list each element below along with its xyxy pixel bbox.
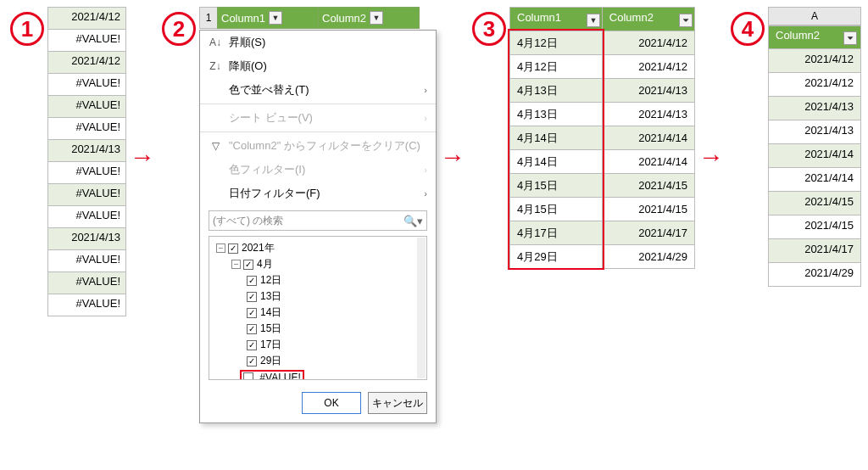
p3-cell-c2[interactable]: 2021/4/12: [602, 31, 694, 55]
date-filter-item[interactable]: 日付フィルター(F) ›: [200, 182, 436, 205]
panel1-cell[interactable]: #VALUE!: [48, 294, 126, 316]
p4-cell[interactable]: 2021/4/14: [768, 144, 861, 168]
panel1-cell[interactable]: #VALUE!: [48, 184, 126, 206]
collapse-icon[interactable]: –: [231, 260, 241, 269]
p3-cell-c1[interactable]: 4月14日: [510, 150, 603, 174]
day-checkbox[interactable]: ✓: [247, 292, 257, 302]
row-index-cell[interactable]: 1: [199, 7, 218, 29]
p4-cell[interactable]: 2021/4/12: [768, 49, 861, 73]
sort-descending-item[interactable]: Z↓ 降順(O): [200, 54, 436, 78]
panel1-cell[interactable]: #VALUE!: [48, 272, 126, 294]
p3-cell-c2[interactable]: 2021/4/14: [602, 126, 694, 150]
p3-cell-c2[interactable]: 2021/4/15: [602, 198, 694, 221]
table-row[interactable]: 4月12日2021/4/12: [510, 55, 695, 79]
table-row[interactable]: 4月12日2021/4/12: [510, 31, 695, 55]
sort-ascending-item[interactable]: A↓ 昇順(S): [200, 31, 436, 54]
p3-cell-c2[interactable]: 2021/4/12: [602, 55, 694, 79]
p3-cell-c1[interactable]: 4月13日: [510, 79, 603, 103]
filter-search-input[interactable]: (すべて) の検索 🔍▾: [209, 210, 427, 231]
p4-cell[interactable]: 2021/4/17: [768, 239, 861, 263]
panel1-cell[interactable]: #VALUE!: [48, 96, 126, 118]
p3-cell-c1[interactable]: 4月14日: [510, 126, 603, 150]
p3-cell-c1[interactable]: 4月13日: [510, 103, 603, 126]
month-checkbox[interactable]: ✓: [243, 260, 253, 270]
panel1-cell[interactable]: 2021/4/12: [48, 8, 126, 30]
p3-cell-c2[interactable]: 2021/4/29: [602, 245, 694, 269]
day-checkbox[interactable]: ✓: [247, 324, 257, 334]
cancel-button[interactable]: キャンセル: [368, 392, 427, 414]
column-letter-a[interactable]: A: [768, 7, 861, 25]
ok-button[interactable]: OK: [302, 392, 361, 414]
day-checkbox[interactable]: ✓: [247, 340, 257, 350]
date-filter-label: 日付フィルター(F): [229, 186, 320, 201]
column2-header-label: Column2: [322, 12, 366, 25]
step-3-badge: 3: [472, 12, 506, 46]
column1-header[interactable]: Column1 ▼: [217, 7, 319, 29]
table-row[interactable]: 4月15日2021/4/15: [510, 174, 695, 198]
tree-day-row[interactable]: ✓29日: [213, 353, 423, 369]
p3-cell-c2[interactable]: 2021/4/13: [602, 79, 694, 103]
table-row[interactable]: 4月14日2021/4/14: [510, 126, 695, 150]
table-row[interactable]: 4月13日2021/4/13: [510, 79, 695, 103]
sort-by-color-item[interactable]: 色で並べ替え(T) ›: [200, 78, 436, 102]
p3-cell-c2[interactable]: 2021/4/14: [602, 150, 694, 174]
tree-day-row[interactable]: ✓17日: [213, 337, 423, 353]
tree-day-row[interactable]: ✓12日: [213, 272, 423, 288]
table-row[interactable]: 4月13日2021/4/13: [510, 103, 695, 126]
table-row[interactable]: 4月17日2021/4/17: [510, 221, 695, 245]
p4-cell[interactable]: 2021/4/29: [768, 263, 861, 287]
p4-cell[interactable]: 2021/4/14: [768, 168, 861, 192]
tree-day-row[interactable]: ✓15日: [213, 321, 423, 337]
tree-scrollbar[interactable]: [417, 238, 426, 378]
panel1-cell[interactable]: #VALUE!: [48, 118, 126, 140]
p3-cell-c1[interactable]: 4月12日: [510, 55, 603, 79]
table-row[interactable]: 4月29日2021/4/29: [510, 245, 695, 269]
table-row[interactable]: 4月14日2021/4/14: [510, 150, 695, 174]
panel1-cell[interactable]: 2021/4/13: [48, 140, 126, 162]
p3-cell-c1[interactable]: 4月12日: [510, 31, 603, 55]
panel1-cell[interactable]: #VALUE!: [48, 74, 126, 96]
tree-day-row[interactable]: ✓13日: [213, 288, 423, 305]
p3-cell-c1[interactable]: 4月17日: [510, 221, 603, 245]
filter-values-tree[interactable]: – ✓ 2021年 – ✓ 4月 ✓12日✓13日✓14日✓15日✓17日✓29…: [209, 236, 427, 380]
tree-year-row[interactable]: – ✓ 2021年: [213, 240, 423, 256]
p4-cell[interactable]: 2021/4/13: [768, 120, 861, 144]
p3-cell-c2[interactable]: 2021/4/17: [602, 221, 694, 245]
day-checkbox[interactable]: ✓: [247, 308, 257, 318]
p4-cell[interactable]: 2021/4/15: [768, 215, 861, 239]
p3-cell-c1[interactable]: 4月15日: [510, 174, 603, 198]
p3-cell-c1[interactable]: 4月29日: [510, 245, 603, 269]
tree-value-error-row[interactable]: #VALUE!: [213, 369, 423, 380]
year-checkbox[interactable]: ✓: [228, 243, 238, 254]
panel1-cell[interactable]: 2021/4/12: [48, 52, 126, 74]
collapse-icon[interactable]: –: [216, 243, 225, 253]
p3-column1-header[interactable]: Column1 ▼: [510, 8, 603, 31]
day-checkbox[interactable]: ✓: [247, 276, 257, 286]
day-checkbox[interactable]: ✓: [247, 356, 257, 366]
filter-dropdown-icon[interactable]: ▼: [587, 14, 600, 27]
p3-column2-header[interactable]: Column2 ⏷: [602, 8, 694, 31]
p4-cell[interactable]: 2021/4/13: [768, 97, 861, 120]
panel1-cell[interactable]: #VALUE!: [48, 250, 126, 272]
p3-cell-c2[interactable]: 2021/4/15: [602, 174, 694, 198]
p3-cell-c1[interactable]: 4月15日: [510, 198, 603, 221]
panel1-cell[interactable]: #VALUE!: [48, 206, 126, 228]
filter-applied-icon[interactable]: ⏷: [679, 14, 693, 27]
panel1-cell[interactable]: #VALUE!: [48, 162, 126, 184]
chevron-right-icon: ›: [424, 85, 427, 95]
year-label: 2021年: [242, 241, 275, 255]
p4-column2-header[interactable]: Column2 ⏷: [768, 25, 861, 49]
tree-month-row[interactable]: – ✓ 4月: [213, 256, 423, 272]
panel1-cell[interactable]: 2021/4/13: [48, 228, 126, 250]
filter-applied-icon[interactable]: ⏷: [843, 31, 857, 45]
p3-cell-c2[interactable]: 2021/4/13: [602, 103, 694, 126]
column2-header[interactable]: Column2 ▼: [318, 7, 420, 29]
p4-cell[interactable]: 2021/4/15: [768, 192, 861, 215]
value-error-checkbox[interactable]: [243, 372, 253, 380]
p4-cell[interactable]: 2021/4/12: [768, 73, 861, 97]
column2-filter-dropdown-icon[interactable]: ▼: [370, 11, 383, 25]
column1-filter-dropdown-icon[interactable]: ▼: [269, 11, 282, 25]
panel1-cell[interactable]: #VALUE!: [48, 30, 126, 52]
tree-day-row[interactable]: ✓14日: [213, 305, 423, 321]
table-row[interactable]: 4月15日2021/4/15: [510, 198, 695, 221]
